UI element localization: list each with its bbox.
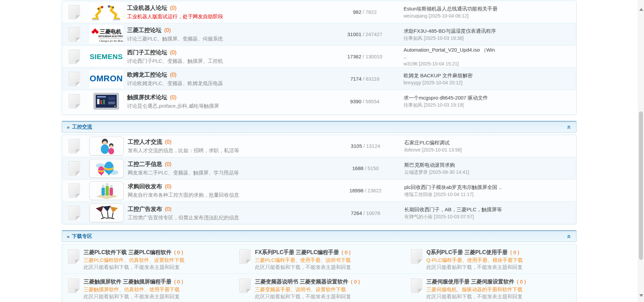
last-post-title-link[interactable]: 石家庄PLC编程调试 xyxy=(404,139,516,146)
forum-status-icon xyxy=(411,279,422,293)
forum-status-icon xyxy=(69,5,80,19)
forum-row-industrial-robot: 工业机器人论坛(0) 工业机器人版面试运行，处于网友自助阶段 982/7822 … xyxy=(62,1,576,23)
forum-title-link[interactable]: 工控人才交流 xyxy=(128,139,162,145)
forum-category-list: 工业机器人论坛(0) 工业机器人版面试运行，处于网友自助阶段 982/7822 … xyxy=(62,1,577,302)
forum-logo-hmi-panel-icon[interactable] xyxy=(89,92,123,110)
forum-logo-people-icon[interactable] xyxy=(89,137,124,156)
download-forum-note: 此区只能看贴和下载，不能发表主题和回复 xyxy=(427,293,526,300)
section-header-downloads: » 下载专区 « xyxy=(62,230,577,242)
scrollbar-up-arrow-icon[interactable] xyxy=(639,8,643,11)
forum-logo-robot-icon[interactable] xyxy=(89,3,123,21)
last-post-title-link[interactable]: 求助FX3U-485-BD与温湿度仪表通讯程序 xyxy=(404,28,515,34)
collapse-section-icon[interactable]: « xyxy=(567,235,572,239)
last-post-user-link[interactable]: 有脾气的小南 xyxy=(404,214,433,219)
scrollbar-thumb[interactable] xyxy=(639,111,643,260)
last-post-title-link[interactable]: 欧姆龙 BACKUP 文件麻烦解密 xyxy=(404,72,515,79)
forum-unread-count: ( 0 ) xyxy=(342,249,351,255)
last-post-user-link[interactable]: w3196 xyxy=(404,61,417,66)
last-post-title-link[interactable]: plc回收西门子模块ab罗克韦尔触摸屏全国 .. xyxy=(404,184,516,191)
last-post-user-link[interactable]: bnnyygy xyxy=(404,80,421,85)
download-forum-subtitle-link[interactable]: 三菱PLC编程手册、使用手册、说明书下载 xyxy=(255,256,351,264)
svg-text:Changes for the Better: Changes for the Better xyxy=(99,39,123,43)
forum-logo-figures-icon[interactable] xyxy=(89,181,124,200)
download-forum-cell: 三菱伺服使用手册 三菱伺服设置软件( 0 ) 三菱伺服电机、服驱动器的手册和软件… xyxy=(405,274,576,302)
forum-description: 讨论三菱PLC、触摸屏、变频器、伺服系统 xyxy=(127,35,329,42)
forum-status-icon xyxy=(69,50,80,64)
forum-status-icon xyxy=(69,27,80,42)
forum-row-touchscreen: 触摸屏技术论坛(0) 讨论昆仑通态,proface,步科,威纶等触摸屏 9390… xyxy=(62,90,576,112)
forum-status-icon xyxy=(69,206,80,220)
section-title[interactable]: 工控交流 xyxy=(72,124,92,130)
last-post-title-link[interactable]: Estun埃斯顿机器人总线通讯功能相关手册 xyxy=(404,5,515,12)
download-forum-link[interactable]: 三菱变频器说明书 三菱变频器设置软件 xyxy=(255,279,348,284)
forum-row-talent: 工控人才交流(0) 发布人才交流的信息，比如：招聘，求职，私活等 3105/13… xyxy=(62,135,576,157)
section-marker: » xyxy=(67,234,69,239)
download-forum-link[interactable]: 三菱触摸屏软件 三菱触摸屏编程手册 xyxy=(84,279,171,284)
last-post-title-link[interactable]: .. xyxy=(404,53,515,60)
download-forum-link[interactable]: FX系列PLC手册 三菱PLC编程手册 xyxy=(255,249,339,255)
scrollbar-down-arrow-icon[interactable] xyxy=(639,294,643,297)
last-post-user-link[interactable]: ilofenve xyxy=(404,147,420,153)
forum-logo-siemens-icon[interactable]: SIEMENS xyxy=(89,48,123,66)
section-title[interactable]: 下载专区 xyxy=(72,233,92,240)
forum-topic-post-counts: 17362/130010 xyxy=(329,54,400,59)
download-forum-link[interactable]: Q系列PLC手册 三菱PLC使用手册 xyxy=(427,249,508,255)
forum-unread-count: ( 0 ) xyxy=(174,279,183,284)
last-post-title-link[interactable]: 长期回收西门子，AB，三菱PLC，触摸屏等 xyxy=(404,206,516,213)
last-post-user-link[interactable]: 维瑞工控回收 xyxy=(404,192,433,197)
last-post-user-link[interactable]: 云端遗梦录 xyxy=(404,169,428,175)
last-post-time: [2025-10-01 13:58] xyxy=(422,147,462,153)
vertical-scrollbar[interactable] xyxy=(638,0,644,302)
forum-title-link[interactable]: 西门子工控论坛 xyxy=(127,49,167,56)
forum-status-icon xyxy=(68,279,79,293)
forum-title-link[interactable]: 工控二手信息 xyxy=(128,161,162,167)
download-forum-subtitle-link[interactable]: 三菱伺服电机、服驱动器的手册和软件下载 xyxy=(427,286,526,293)
download-forum-link[interactable]: 三菱PLC软件下载 三菱PLC编程软件 xyxy=(84,249,171,255)
forum-title-link[interactable]: 欧姆龙工控论坛 xyxy=(127,72,167,78)
forum-table-exchange: 工控人才交流(0) 发布人才交流的信息，比如：招聘，求职，私活等 3105/13… xyxy=(62,135,577,224)
forum-row-buyback: 求购回收发布(0) 网友自行发布各种工控方面的求购，批量回收信息 18998/2… xyxy=(62,180,576,202)
last-post-time: [2025-10-03 19:38] xyxy=(424,35,464,41)
download-forum-note: 此区只能看贴和下载，不能发表主题和回复 xyxy=(255,264,351,271)
forum-status-icon xyxy=(411,249,422,264)
forum-title-link[interactable]: 工控广告发布 xyxy=(128,206,162,212)
last-post-title-link[interactable]: 斯巴克斯电动滚筒求购 xyxy=(404,162,516,168)
forum-logo-balloons-icon[interactable] xyxy=(89,159,124,178)
download-forum-subtitle-link[interactable]: 三菱触摸屏软件、仿真软件、使用手册下载 xyxy=(84,286,183,293)
forum-title-link[interactable]: 工业机器人论坛 xyxy=(127,5,167,11)
last-post-user-link[interactable]: 往事如风 xyxy=(404,35,422,41)
forum-description: 工业机器人版面试运行，处于网友自助阶段 xyxy=(127,13,329,20)
forum-title-link[interactable]: 求购回收发布 xyxy=(128,183,162,190)
section-marker: » xyxy=(67,124,69,130)
forum-unread-count: (0) xyxy=(170,50,177,55)
last-post-title-link[interactable]: 求一个mcgspro dlt645-2007 驱动文件 xyxy=(404,94,515,101)
download-forum-subtitle-link[interactable]: Q-PLC编程手册、使用手册、模块手册下载 xyxy=(427,256,523,264)
forum-description: 讨论西门子PLC、变频器、触摸屏、工控机 xyxy=(127,58,329,64)
forum-status-icon xyxy=(68,249,79,264)
forum-title-link[interactable]: 触摸屏技术论坛 xyxy=(127,94,167,101)
forum-logo-mitsubishi-icon[interactable]: 三菱电机 MITSUBISHI ELECTRIC Changes for the… xyxy=(89,25,123,44)
forum-unread-count: (0) xyxy=(170,72,177,78)
forum-description: 发布人才交流的信息，比如：招聘，求职，私活等 xyxy=(128,147,330,154)
last-post-user-link[interactable]: 往事如风 xyxy=(404,102,422,108)
download-forum-subtitle-link[interactable]: 三菱PLC编程软件、仿真软件、设置软件下载 xyxy=(84,256,184,264)
last-post-title-link[interactable]: Automation_Portal_V20_Upd4.iso （Win xyxy=(404,47,515,53)
forum-title-link[interactable]: 三菱工控论坛 xyxy=(127,27,162,33)
forum-logo-omron-icon[interactable]: OMRON xyxy=(89,70,123,88)
collapse-section-icon[interactable]: « xyxy=(567,125,572,129)
forum-logo-cocktails-icon[interactable] xyxy=(89,203,124,222)
forum-row-secondhand: 工控二手信息(0) 网友发布二手PLC、变频器、触摸屏、学习用品等 1688/5… xyxy=(62,157,576,180)
forum-topic-post-counts: 3105/13124 xyxy=(330,143,401,149)
download-forum-link[interactable]: 三菱伺服使用手册 三菱伺服设置软件 xyxy=(427,279,514,284)
forum-topic-post-counts: 31001/247427 xyxy=(329,31,400,37)
forum-description: 网友发布二手PLC、变频器、触摸屏、学习用品等 xyxy=(128,169,330,176)
forum-unread-count: (0) xyxy=(170,5,177,11)
forum-row-omron: OMRON 欧姆龙工控论坛(0) 讨论欧姆龙PLC、变频器、欧姆龙低压电器 71… xyxy=(62,68,576,90)
forum-topic-post-counts: 7264/10078 xyxy=(330,210,401,216)
forum-status-icon xyxy=(69,161,80,175)
last-post-user-link[interactable]: weizuqiang xyxy=(404,13,427,19)
forum-status-icon xyxy=(69,72,80,86)
last-post-time: [2025-10-04 20:12] xyxy=(422,80,462,85)
download-forum-cell: Q系列PLC手册 三菱PLC使用手册( 0 ) Q-PLC编程手册、使用手册、模… xyxy=(405,244,576,274)
download-forum-subtitle-link[interactable]: 三菱变频器手册、说明书、设置软件下载 xyxy=(255,286,360,293)
